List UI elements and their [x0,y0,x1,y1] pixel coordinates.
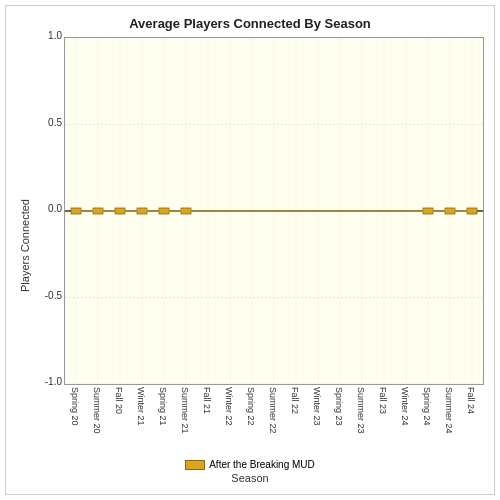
x-tick-label: Fall 22 [290,387,300,414]
chart-area [64,37,484,385]
x-tick-label: Summer 22 [268,387,278,434]
x-tick-label: Summer 23 [356,387,366,434]
x-tick-label: Winter 24 [400,387,410,426]
y-tick-value: -1.0 [34,376,62,387]
x-tick-label: Winter 22 [224,387,234,426]
y-axis-label: Players Connected [16,37,34,455]
x-tick-label: Summer 20 [92,387,102,434]
y-tick-value: 0.5 [34,117,62,128]
y-tick-value: -0.5 [34,290,62,301]
y-tick-labels: 1.00.50.0-0.5-1.01.00.50.0-0.5-1.0 [34,37,64,383]
y-tick-value: 0.0 [34,203,62,214]
chart-inner: Players Connected 1.00.50.0-0.5-1.01.00.… [16,37,484,455]
plot-svg [65,38,483,384]
chart-container: Average Players Connected By Season Play… [5,5,495,495]
x-tick-label: Spring 23 [334,387,344,426]
legend-area: After the Breaking MUD [185,459,315,470]
x-tick-label: Spring 22 [246,387,256,426]
chart-title: Average Players Connected By Season [129,16,371,31]
x-axis-area: Spring 20Summer 20Fall 20Winter 21Spring… [64,385,484,455]
x-tick-label: Winter 21 [136,387,146,426]
x-tick-label: Summer 24 [444,387,454,434]
x-tick-label: Fall 24 [466,387,476,414]
x-tick-label: Summer 21 [180,387,190,434]
x-tick-label: Spring 24 [422,387,432,426]
legend-color-box [185,460,205,470]
x-tick-label: Spring 20 [70,387,80,426]
y-tick-value: 1.0 [34,30,62,41]
x-axis-label: Season [231,472,268,484]
x-tick-label: Fall 20 [114,387,124,414]
chart-area-wrapper: Spring 20Summer 20Fall 20Winter 21Spring… [64,37,484,455]
legend-label: After the Breaking MUD [209,459,315,470]
x-tick-label: Fall 23 [378,387,388,414]
x-tick-label: Fall 21 [202,387,212,414]
x-tick-label: Spring 21 [158,387,168,426]
x-tick-label: Winter 23 [312,387,322,426]
